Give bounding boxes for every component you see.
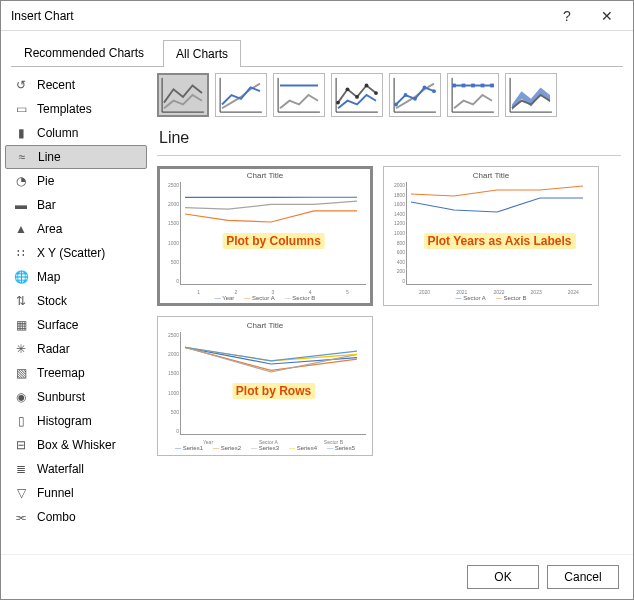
sidebar-item-label: Sunburst [37, 390, 85, 404]
subtype-stacked-line[interactable] [215, 73, 267, 117]
templates-icon: ▭ [13, 101, 29, 117]
preview-title: Chart Title [164, 171, 366, 180]
sidebar-item-area[interactable]: ▲Area [1, 217, 151, 241]
svg-point-8 [336, 101, 340, 105]
bar-icon: ▬ [13, 197, 29, 213]
chart-type-heading: Line [159, 129, 621, 147]
sidebar-item-x-y-scatter-[interactable]: ∷X Y (Scatter) [1, 241, 151, 265]
svg-rect-22 [452, 84, 456, 88]
svg-point-19 [432, 89, 436, 93]
preview-plot: 25002000150010005000Plot by Rows [180, 332, 366, 435]
preview-plot: 25002000150010005000Plot by Columns [180, 182, 366, 285]
subtype-100-stacked-line[interactable] [273, 73, 325, 117]
svg-rect-23 [462, 84, 466, 88]
divider [157, 155, 621, 156]
sidebar-item-surface[interactable]: ▦Surface [1, 313, 151, 337]
preview-annotation: Plot by Rows [232, 383, 315, 399]
sidebar-item-label: Combo [37, 510, 76, 524]
sidebar-item-stock[interactable]: ⇅Stock [1, 289, 151, 313]
sidebar-item-column[interactable]: ▮Column [1, 121, 151, 145]
sidebar-item-funnel[interactable]: ▽Funnel [1, 481, 151, 505]
svg-point-10 [355, 95, 359, 99]
pie-icon: ◔ [13, 173, 29, 189]
preview-title: Chart Title [164, 321, 366, 330]
sidebar-item-label: Treemap [37, 366, 85, 380]
sidebar-item-radar[interactable]: ✳Radar [1, 337, 151, 361]
chart-previews: Chart Title25002000150010005000Plot by C… [157, 166, 621, 456]
preview-annotation: Plot Years as Axis Labels [423, 233, 575, 249]
sidebar-item-histogram[interactable]: ▯Histogram [1, 409, 151, 433]
preview-plot: 2000180016001400120010008006004002000Plo… [406, 182, 592, 285]
subtype-100-stacked-line-markers[interactable] [447, 73, 499, 117]
map-icon: 🌐 [13, 269, 29, 285]
sidebar-item-pie[interactable]: ◔Pie [1, 169, 151, 193]
sidebar-item-sunburst[interactable]: ◉Sunburst [1, 385, 151, 409]
svg-rect-25 [481, 84, 485, 88]
box-icon: ⊟ [13, 437, 29, 453]
funnel-icon: ▽ [13, 485, 29, 501]
help-button[interactable]: ? [547, 2, 587, 30]
treemap-icon: ▧ [13, 365, 29, 381]
sidebar-item-label: Funnel [37, 486, 74, 500]
sidebar-item-map[interactable]: 🌐Map [1, 265, 151, 289]
radar-icon: ✳ [13, 341, 29, 357]
sidebar-item-waterfall[interactable]: ≣Waterfall [1, 457, 151, 481]
sidebar-item-templates[interactable]: ▭Templates [1, 97, 151, 121]
subtype-line-markers[interactable] [331, 73, 383, 117]
sidebar-item-label: Stock [37, 294, 67, 308]
tab-recommended-charts[interactable]: Recommended Charts [11, 39, 157, 66]
preview-legend: YearSector ASector B [164, 295, 366, 301]
sidebar-item-label: Waterfall [37, 462, 84, 476]
subtype-line[interactable] [157, 73, 209, 117]
subtype-stacked-line-markers[interactable] [389, 73, 441, 117]
ok-button[interactable]: OK [467, 565, 539, 589]
preview-annotation: Plot by Columns [222, 233, 325, 249]
surface-icon: ▦ [13, 317, 29, 333]
line-icon: ≈ [14, 149, 30, 165]
stock-icon: ⇅ [13, 293, 29, 309]
line-subtype-row [157, 73, 621, 117]
preview-legend: Sector ASector B [390, 295, 592, 301]
sidebar-item-box-whisker[interactable]: ⊟Box & Whisker [1, 433, 151, 457]
sidebar-item-label: Radar [37, 342, 70, 356]
sidebar-item-recent[interactable]: ↺Recent [1, 73, 151, 97]
svg-rect-24 [471, 84, 475, 88]
sidebar-item-label: Surface [37, 318, 78, 332]
chart-preview-1[interactable]: Chart Title20001800160014001200100080060… [383, 166, 599, 306]
sidebar-item-label: Bar [37, 198, 56, 212]
sidebar-item-bar[interactable]: ▬Bar [1, 193, 151, 217]
cancel-button[interactable]: Cancel [547, 565, 619, 589]
tab-strip: Recommended Charts All Charts [1, 31, 633, 66]
dialog-title: Insert Chart [11, 9, 547, 23]
recent-icon: ↺ [13, 77, 29, 93]
close-button[interactable]: ✕ [587, 2, 627, 30]
svg-point-11 [365, 84, 369, 88]
sidebar-item-treemap[interactable]: ▧Treemap [1, 361, 151, 385]
dialog-buttons: OK Cancel [1, 554, 633, 599]
sidebar-item-label: Recent [37, 78, 75, 92]
chart-preview-0[interactable]: Chart Title25002000150010005000Plot by C… [157, 166, 373, 306]
waterfall-icon: ≣ [13, 461, 29, 477]
sidebar-item-label: Histogram [37, 414, 92, 428]
svg-rect-26 [490, 84, 494, 88]
sidebar-item-label: Map [37, 270, 60, 284]
preview-legend: Series1Series2Series3Series4Series5 [164, 445, 366, 451]
sidebar-item-combo[interactable]: ⫘Combo [1, 505, 151, 529]
sidebar-item-label: Column [37, 126, 78, 140]
sidebar-item-line[interactable]: ≈Line [5, 145, 147, 169]
sunburst-icon: ◉ [13, 389, 29, 405]
main-panel: Line Chart Title25002000150010005000Plot… [151, 67, 633, 554]
sidebar-item-label: X Y (Scatter) [37, 246, 105, 260]
sidebar-item-label: Templates [37, 102, 92, 116]
tab-all-charts[interactable]: All Charts [163, 40, 241, 67]
area-icon: ▲ [13, 221, 29, 237]
chart-preview-2[interactable]: Chart Title25002000150010005000Plot by R… [157, 316, 373, 456]
svg-point-12 [374, 91, 378, 95]
sidebar-item-label: Area [37, 222, 62, 236]
subtype-3d-line[interactable] [505, 73, 557, 117]
scatter-icon: ∷ [13, 245, 29, 261]
sidebar-item-label: Box & Whisker [37, 438, 116, 452]
titlebar: Insert Chart ? ✕ [1, 1, 633, 31]
insert-chart-dialog: Insert Chart ? ✕ Recommended Charts All … [0, 0, 634, 600]
preview-title: Chart Title [390, 171, 592, 180]
